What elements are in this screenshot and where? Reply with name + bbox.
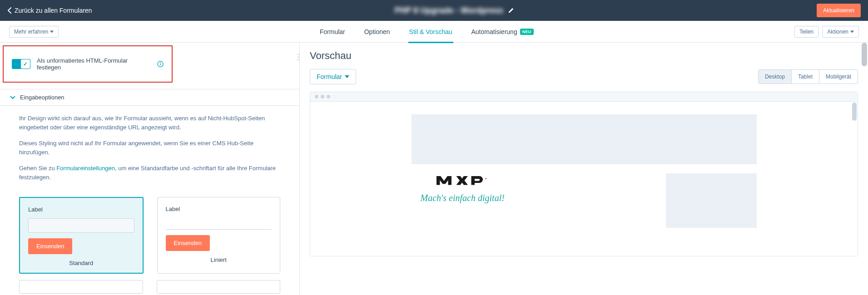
- raw-html-toggle[interactable]: ✓: [12, 59, 30, 69]
- style-card-placeholder[interactable]: [157, 280, 281, 294]
- tab-automation[interactable]: Automatisierung NEU: [471, 22, 535, 43]
- preview-title: Vorschau: [310, 50, 858, 62]
- sample-submit-button: Einsenden: [28, 238, 72, 254]
- body-p1: Ihr Design wirkt sich darauf aus, wie Ih…: [19, 114, 280, 132]
- svg-point-2: [160, 62, 161, 63]
- actions-label: Aktionen: [827, 29, 848, 35]
- svg-point-7: [297, 59, 298, 60]
- browser-body: Mach's einfach digital!: [310, 102, 858, 256]
- raw-html-label: Als unformatiertes HTML-Formular festleg…: [37, 57, 151, 71]
- chevron-down-icon: [10, 95, 15, 100]
- sample-input-linear: [166, 218, 272, 230]
- info-icon[interactable]: [157, 61, 164, 67]
- caret-down-icon: [345, 75, 349, 78]
- card-label: Label: [28, 206, 134, 213]
- accordion-input-options[interactable]: Eingabeoptionen: [0, 89, 299, 106]
- seg-tablet[interactable]: Tablet: [792, 70, 819, 84]
- title-area: PHP 8 Upgrade - Wordpress: [92, 6, 817, 15]
- tabs: Formular Optionen Stil & Vorschau Automa…: [59, 21, 794, 42]
- window-dot-icon: [321, 95, 324, 98]
- chevron-left-icon: [7, 7, 12, 14]
- style-cards: Label Einsenden Standard Label Einsenden…: [0, 197, 299, 274]
- preview-select-label: Formular: [317, 73, 342, 80]
- sample-input: [28, 218, 134, 233]
- preview-scrollbar[interactable]: [852, 103, 857, 121]
- edit-icon[interactable]: [508, 7, 514, 14]
- browser-mock: Mach's einfach digital!: [310, 92, 858, 256]
- svg-point-4: [298, 54, 299, 55]
- seg-mobile[interactable]: Mobilgerät: [819, 70, 858, 84]
- right-pane: Vorschau Formular Desktop Tablet Mobilge…: [300, 43, 868, 295]
- page-title: PHP 8 Upgrade - Wordpress: [395, 6, 503, 15]
- window-dot-icon: [315, 95, 318, 98]
- accordion-label: Eingabeoptionen: [20, 94, 64, 101]
- logo-column: Mach's einfach digital!: [412, 173, 505, 228]
- form-settings-link[interactable]: Formulareinstellungen: [56, 165, 115, 172]
- placeholder-block: [412, 114, 757, 164]
- placeholder-block-small: [666, 173, 757, 228]
- tabbar: Mehr erfahren Formular Optionen Stil & V…: [0, 21, 868, 43]
- caret-down-icon: [850, 30, 854, 34]
- body-p2: Dieses Styling wird nicht auf Ihr Formul…: [19, 139, 280, 157]
- card-label: Label: [166, 206, 272, 212]
- svg-point-5: [297, 57, 298, 58]
- card-name-linear: Liniert: [166, 256, 272, 263]
- style-card-standard[interactable]: Label Einsenden Standard: [19, 197, 144, 274]
- tagline: Mach's einfach digital!: [421, 193, 505, 203]
- mxp-logo: [435, 173, 490, 190]
- learn-more-label: Mehr erfahren: [14, 29, 48, 35]
- style-card-placeholder[interactable]: [19, 280, 143, 294]
- topbar: Zurück zu allen Formularen PHP 8 Upgrade…: [0, 0, 868, 21]
- svg-rect-1: [160, 64, 160, 65]
- caret-down-icon: [50, 30, 54, 34]
- card-name-standard: Standard: [28, 260, 134, 266]
- actions-button[interactable]: Aktionen: [822, 26, 859, 38]
- update-button[interactable]: Aktualisieren: [817, 4, 861, 17]
- seg-desktop[interactable]: Desktop: [759, 70, 792, 84]
- toggle-knob: ✓: [21, 59, 30, 69]
- body-p3: Gehen Sie zu Formulareinstellungen, um e…: [19, 164, 280, 182]
- body-block: Ihr Design wirkt sich darauf aus, wie Ih…: [0, 106, 299, 197]
- preview-select[interactable]: Formular: [310, 69, 356, 84]
- body-p3-pre: Gehen Sie zu: [19, 165, 56, 172]
- raw-html-card: ✓ Als unformatiertes HTML-Formular festl…: [3, 45, 173, 83]
- page-scrollbar[interactable]: [862, 43, 867, 66]
- tabbar-right: Teilen Aktionen: [794, 26, 859, 38]
- svg-point-8: [298, 59, 299, 60]
- svg-point-6: [298, 57, 299, 58]
- tab-style[interactable]: Stil & Vorschau: [408, 22, 453, 43]
- tab-form[interactable]: Formular: [319, 22, 346, 43]
- sample-submit-button: Einsenden: [166, 235, 210, 251]
- svg-point-9: [485, 178, 486, 179]
- device-segmented: Desktop Tablet Mobilgerät: [758, 69, 858, 84]
- style-cards-row2: [0, 274, 299, 294]
- browser-chrome: [310, 92, 858, 102]
- back-link[interactable]: Zurück zu allen Formularen: [7, 7, 92, 14]
- left-pane: ✓ Als unformatiertes HTML-Formular festl…: [0, 43, 300, 295]
- check-icon: ✓: [23, 61, 28, 67]
- learn-more-button[interactable]: Mehr erfahren: [9, 26, 59, 38]
- style-card-linear[interactable]: Label Einsenden Liniert: [157, 197, 281, 274]
- svg-point-3: [297, 54, 298, 55]
- preview-bar: Formular Desktop Tablet Mobilgerät: [310, 69, 858, 84]
- main: ✓ Als unformatiertes HTML-Formular festl…: [0, 43, 868, 295]
- content-row: Mach's einfach digital!: [412, 173, 757, 228]
- window-dot-icon: [327, 95, 330, 98]
- back-label: Zurück zu allen Formularen: [15, 7, 92, 14]
- share-button[interactable]: Teilen: [794, 26, 818, 38]
- tab-automation-label: Automatisierung: [471, 28, 517, 35]
- new-badge: NEU: [520, 29, 534, 35]
- tab-options[interactable]: Optionen: [363, 22, 391, 43]
- pane-resize-handle[interactable]: [297, 43, 300, 295]
